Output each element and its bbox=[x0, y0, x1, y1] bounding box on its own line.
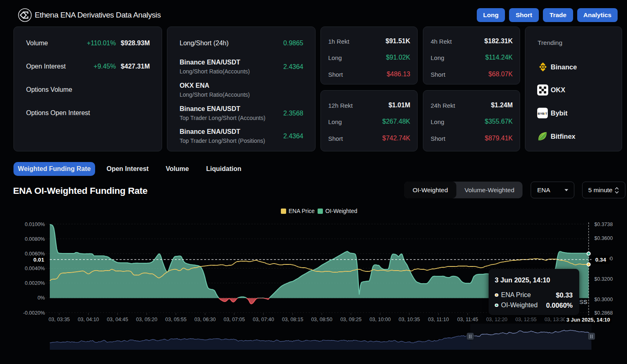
svg-text:03, 05:55: 03, 05:55 bbox=[165, 317, 187, 322]
svg-text:03, 06:30: 03, 06:30 bbox=[194, 317, 216, 322]
svg-text:03, 05:20: 03, 05:20 bbox=[136, 317, 157, 322]
svg-text:03, 08:15: 03, 08:15 bbox=[282, 317, 303, 322]
svg-text:03, 04:45: 03, 04:45 bbox=[107, 317, 128, 322]
svg-text:0.0100%: 0.0100% bbox=[25, 222, 45, 227]
svg-text:03, 10:35: 03, 10:35 bbox=[399, 317, 420, 322]
svg-text:$0.3200: $0.3200 bbox=[594, 276, 613, 282]
svg-text:03, 08:50: 03, 08:50 bbox=[311, 317, 332, 322]
svg-text:03, 04:10: 03, 04:10 bbox=[78, 317, 99, 322]
svg-text:03, 11:10: 03, 11:10 bbox=[428, 317, 449, 322]
svg-text:03, 11:45: 03, 11:45 bbox=[457, 317, 478, 322]
svg-text:03, 03:35: 03, 03:35 bbox=[49, 317, 70, 322]
svg-text:03, 10:00: 03, 10:00 bbox=[369, 317, 391, 322]
svg-text:-0.0020%: -0.0020% bbox=[23, 310, 45, 316]
svg-text:03, 13:30: 03, 13:30 bbox=[545, 317, 566, 322]
svg-text:0.0040%: 0.0040% bbox=[25, 266, 45, 271]
svg-text:$0.3600: $0.3600 bbox=[594, 235, 613, 241]
svg-text:03, 12:55: 03, 12:55 bbox=[515, 317, 536, 322]
svg-text:0.0020%: 0.0020% bbox=[25, 280, 45, 286]
svg-text:$0.3000: $0.3000 bbox=[594, 297, 613, 302]
svg-text:$0.3738: $0.3738 bbox=[594, 222, 613, 227]
svg-text:0%: 0% bbox=[38, 295, 45, 301]
svg-text:03, 07:05: 03, 07:05 bbox=[224, 317, 245, 322]
svg-text:$0.2868: $0.2868 bbox=[594, 310, 613, 316]
svg-text:03, 12:20: 03, 12:20 bbox=[486, 317, 507, 322]
svg-text:03, 07:40: 03, 07:40 bbox=[253, 317, 274, 322]
svg-text:0.0080%: 0.0080% bbox=[25, 236, 45, 242]
svg-text:03, 09:25: 03, 09:25 bbox=[340, 317, 362, 322]
